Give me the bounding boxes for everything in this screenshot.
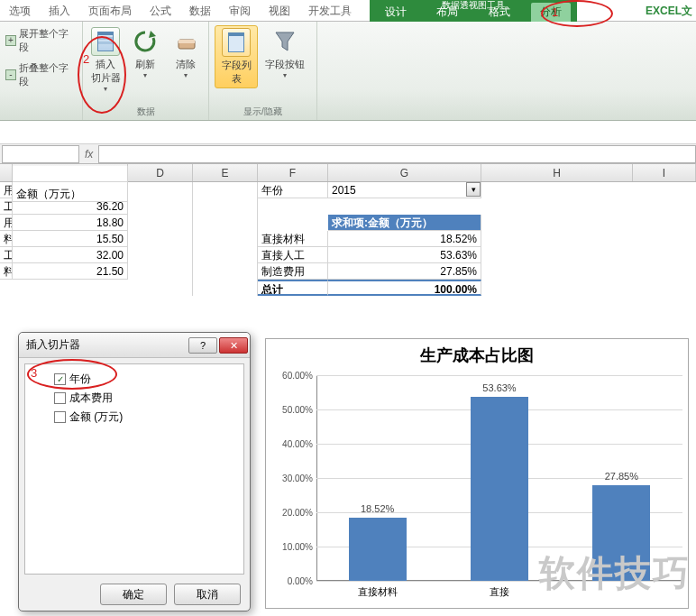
- cell-amount[interactable]: 21.50: [13, 263, 128, 280]
- dialog-title: 插入切片器: [26, 337, 80, 353]
- ok-button[interactable]: 确定: [100, 584, 167, 605]
- slicer-option-year[interactable]: ✓年份: [31, 370, 238, 389]
- cell-partial[interactable]: 用: [0, 215, 13, 231]
- y-tick: 60.00%: [271, 371, 313, 381]
- app-title-partial: EXCEL文: [638, 0, 696, 21]
- col-G[interactable]: G: [328, 164, 481, 181]
- cell-partial[interactable]: 工: [0, 198, 13, 215]
- tab-data[interactable]: 数据: [180, 0, 220, 21]
- slicer-option-amount[interactable]: 金额 (万元): [31, 408, 238, 427]
- filter-dropdown-icon[interactable]: ▾: [466, 182, 481, 197]
- cell-amount[interactable]: 18.80: [13, 215, 128, 231]
- bar-value-label: 18.52%: [342, 503, 414, 514]
- amount-header-cell[interactable]: 金额（万元）: [13, 186, 128, 202]
- tab-insert[interactable]: 插入: [40, 0, 79, 21]
- funnel-icon: [270, 27, 299, 56]
- chart-plot-area: 0.00%10.00%20.00%30.00%40.00%50.00%60.00…: [316, 375, 682, 581]
- col-D-area[interactable]: [128, 182, 193, 296]
- y-tick: 0.00%: [271, 576, 313, 586]
- pivot-total-value[interactable]: 100.00%: [328, 280, 481, 296]
- col-F[interactable]: F: [258, 164, 328, 181]
- x-category-label: 直接材料: [333, 585, 423, 599]
- tab-pagelayout[interactable]: 页面布局: [79, 0, 141, 21]
- plus-icon: +: [5, 35, 16, 46]
- tab-formulas[interactable]: 公式: [141, 0, 180, 21]
- pivot-val[interactable]: 53.63%: [328, 247, 481, 263]
- y-tick: 20.00%: [271, 508, 313, 518]
- pivot-sum-header[interactable]: 求和项:金额（万元）: [328, 215, 481, 231]
- pivot-chart[interactable]: 生产成本占比图 0.00%10.00%20.00%30.00%40.00%50.…: [265, 338, 689, 609]
- ctab-layout[interactable]: 布局: [427, 3, 467, 22]
- col-E[interactable]: E: [193, 164, 258, 181]
- svg-rect-1: [179, 40, 195, 43]
- chart-bar[interactable]: [592, 485, 650, 581]
- col-I[interactable]: I: [633, 164, 696, 181]
- cell-amount[interactable]: 32.00: [13, 247, 128, 263]
- refresh-button[interactable]: 刷新▾: [128, 25, 162, 81]
- fx-label[interactable]: fx: [79, 148, 98, 161]
- formula-input[interactable]: [98, 145, 696, 163]
- pivot-year-value[interactable]: 2015▾: [328, 182, 481, 198]
- col-D[interactable]: D: [128, 164, 193, 181]
- checkbox-icon[interactable]: [54, 392, 66, 404]
- col-partial[interactable]: [0, 164, 13, 181]
- slicer-option-cost[interactable]: 成本费用: [31, 389, 238, 408]
- pivot-row[interactable]: 直接材料: [258, 231, 328, 247]
- group-showhide-label: 显示/隐藏: [215, 104, 311, 118]
- collapse-field-button[interactable]: -折叠整个字段: [5, 60, 77, 90]
- ctab-format[interactable]: 格式: [480, 3, 519, 22]
- pivot-row[interactable]: 直接人工: [258, 247, 328, 263]
- fieldlist-button[interactable]: 字段列表: [215, 25, 258, 88]
- menu-tabstrip: 选项 插入 页面布局 公式 数据 审阅 视图 开发工具 数据透视图工具 设计 布…: [0, 0, 696, 22]
- bar-value-label: 53.63%: [463, 382, 536, 393]
- fieldlist-icon: [222, 28, 251, 57]
- y-tick: 40.00%: [271, 439, 313, 449]
- pivot-year-label[interactable]: 年份: [258, 182, 328, 198]
- fieldbuttons-button[interactable]: 字段按钮▾: [263, 25, 307, 81]
- group-data-label: 数据: [88, 104, 203, 118]
- tab-options[interactable]: 选项: [0, 0, 40, 21]
- slicer-icon: [91, 27, 120, 56]
- checkbox-checked-icon[interactable]: ✓: [54, 373, 66, 385]
- y-tick: 30.00%: [271, 473, 313, 483]
- help-button[interactable]: ?: [188, 337, 217, 354]
- pivot-val[interactable]: 27.85%: [328, 263, 481, 280]
- tab-review[interactable]: 审阅: [220, 0, 260, 21]
- dialog-body: 3 ✓年份 成本费用 金额 (万元): [24, 363, 244, 575]
- cell-partial[interactable]: 料: [0, 263, 13, 280]
- dialog-titlebar[interactable]: 插入切片器 ? ✕: [19, 333, 250, 358]
- name-box[interactable]: [2, 145, 79, 163]
- tab-view[interactable]: 视图: [260, 0, 299, 21]
- ctab-analyze[interactable]: 分析: [531, 3, 571, 22]
- cancel-button[interactable]: 取消: [174, 584, 241, 605]
- minus-icon: -: [5, 69, 16, 80]
- group-label: [5, 106, 77, 118]
- cell-partial[interactable]: 工: [0, 247, 13, 263]
- ctab-design[interactable]: 设计: [376, 3, 416, 22]
- close-button[interactable]: ✕: [219, 337, 248, 354]
- contextual-pivotchart-tools: 数据透视图工具 设计 布局 格式 分析: [370, 0, 577, 22]
- y-tick: 50.00%: [271, 405, 313, 415]
- x-category-label: 直接: [454, 585, 545, 599]
- insert-slicer-dialog: 插入切片器 ? ✕ 3 ✓年份 成本费用 金额 (万元) 确定 取消: [18, 332, 251, 611]
- cell-partial[interactable]: 用: [0, 182, 13, 198]
- bar-value-label: 27.85%: [585, 471, 657, 482]
- chart-bar[interactable]: [471, 397, 528, 581]
- eraser-icon: [171, 27, 200, 56]
- expand-field-button[interactable]: +展开整个字段: [5, 25, 77, 56]
- col-H[interactable]: H: [481, 164, 633, 181]
- tab-developer[interactable]: 开发工具: [299, 0, 361, 21]
- chart-bar[interactable]: [349, 518, 407, 581]
- insert-slicer-button[interactable]: 插入切片器▾: [88, 25, 123, 95]
- worksheet-grid[interactable]: 用 工 用 料 工 料 12.50 36.20 18.80 15.50 32.0…: [0, 182, 696, 326]
- checkbox-icon[interactable]: [54, 411, 66, 423]
- col-E-area[interactable]: [193, 182, 258, 296]
- chart-title: 生产成本占比图: [266, 339, 688, 372]
- clear-button[interactable]: 清除▾: [169, 25, 203, 81]
- pivot-val[interactable]: 18.52%: [328, 231, 481, 247]
- pivot-total-label[interactable]: 总计: [258, 280, 328, 296]
- ribbon: +展开整个字段 -折叠整个字段 插入切片器▾ 刷新▾ 清除▾ 数据 字: [0, 22, 696, 121]
- cell-amount[interactable]: 15.50: [13, 231, 128, 247]
- pivot-row[interactable]: 制造费用: [258, 263, 328, 280]
- cell-partial[interactable]: 料: [0, 231, 13, 247]
